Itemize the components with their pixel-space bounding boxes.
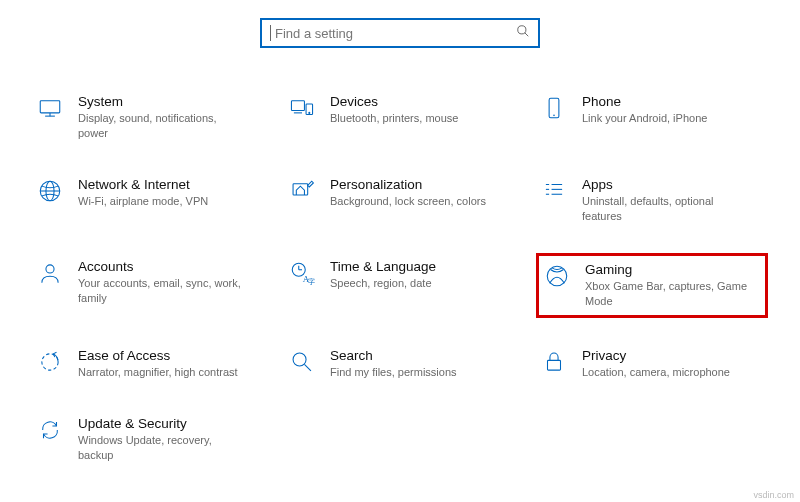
category-title: Gaming (585, 262, 755, 277)
category-desc: Speech, region, date (330, 276, 436, 291)
category-accounts[interactable]: AccountsYour accounts, email, sync, work… (32, 253, 264, 318)
category-title: Personalization (330, 177, 486, 192)
category-text: Update & SecurityWindows Update, recover… (78, 416, 248, 463)
search-placeholder: Find a setting (275, 26, 516, 41)
update-icon (36, 416, 64, 444)
category-text: DevicesBluetooth, printers, mouse (330, 94, 458, 126)
category-title: Privacy (582, 348, 730, 363)
phone-icon (540, 94, 568, 122)
category-desc: Narrator, magnifier, high contrast (78, 365, 238, 380)
globe-icon (36, 177, 64, 205)
apps-icon (540, 177, 568, 205)
svg-line-1 (525, 33, 529, 37)
category-title: Time & Language (330, 259, 436, 274)
category-text: AppsUninstall, defaults, optional featur… (582, 177, 752, 224)
category-system[interactable]: SystemDisplay, sound, notifications, pow… (32, 88, 264, 147)
svg-rect-31 (548, 360, 561, 370)
svg-text:字: 字 (308, 279, 315, 286)
category-desc: Uninstall, defaults, optional features (582, 194, 752, 224)
category-desc: Find my files, permissions (330, 365, 457, 380)
category-title: Accounts (78, 259, 248, 274)
category-title: Ease of Access (78, 348, 238, 363)
category-text: Time & LanguageSpeech, region, date (330, 259, 436, 291)
category-title: Network & Internet (78, 177, 208, 192)
devices-icon (288, 94, 316, 122)
category-network[interactable]: Network & InternetWi-Fi, airplane mode, … (32, 171, 264, 230)
category-desc: Display, sound, notifications, power (78, 111, 248, 141)
paint-icon (288, 177, 316, 205)
lock-icon (540, 348, 568, 376)
category-text: Network & InternetWi-Fi, airplane mode, … (78, 177, 208, 209)
category-text: PhoneLink your Android, iPhone (582, 94, 707, 126)
watermark: vsdin.com (753, 490, 794, 500)
category-update[interactable]: Update & SecurityWindows Update, recover… (32, 410, 264, 469)
category-text: SearchFind my files, permissions (330, 348, 457, 380)
category-text: GamingXbox Game Bar, captures, Game Mode (585, 262, 755, 309)
category-title: System (78, 94, 248, 109)
svg-rect-5 (291, 101, 304, 111)
person-icon (36, 259, 64, 287)
category-desc: Windows Update, recovery, backup (78, 433, 248, 463)
category-text: AccountsYour accounts, email, sync, work… (78, 259, 248, 306)
ease-icon (36, 348, 64, 376)
category-time[interactable]: A字Time & LanguageSpeech, region, date (284, 253, 516, 318)
category-title: Update & Security (78, 416, 248, 431)
category-text: PrivacyLocation, camera, microphone (582, 348, 730, 380)
svg-point-10 (553, 115, 555, 117)
category-text: SystemDisplay, sound, notifications, pow… (78, 94, 248, 141)
category-phone[interactable]: PhoneLink your Android, iPhone (536, 88, 768, 147)
category-desc: Xbox Game Bar, captures, Game Mode (585, 279, 755, 309)
category-personalization[interactable]: PersonalizationBackground, lock screen, … (284, 171, 516, 230)
category-desc: Link your Android, iPhone (582, 111, 707, 126)
category-text: Ease of AccessNarrator, magnifier, high … (78, 348, 238, 380)
category-devices[interactable]: DevicesBluetooth, printers, mouse (284, 88, 516, 147)
svg-point-29 (293, 353, 306, 366)
monitor-icon (36, 94, 64, 122)
category-desc: Your accounts, email, sync, work, family (78, 276, 248, 306)
category-desc: Location, camera, microphone (582, 365, 730, 380)
svg-point-21 (46, 265, 54, 273)
svg-line-30 (304, 365, 311, 372)
category-desc: Bluetooth, printers, mouse (330, 111, 458, 126)
category-text: PersonalizationBackground, lock screen, … (330, 177, 486, 209)
svg-rect-2 (40, 101, 60, 113)
search-icon (516, 24, 530, 42)
category-desc: Wi-Fi, airplane mode, VPN (78, 194, 208, 209)
search-input[interactable]: Find a setting (260, 18, 540, 48)
category-title: Apps (582, 177, 752, 192)
category-gaming[interactable]: GamingXbox Game Bar, captures, Game Mode (536, 253, 768, 318)
svg-point-7 (309, 112, 310, 113)
category-search[interactable]: SearchFind my files, permissions (284, 342, 516, 386)
category-privacy[interactable]: PrivacyLocation, camera, microphone (536, 342, 768, 386)
xbox-icon (543, 262, 571, 290)
category-title: Search (330, 348, 457, 363)
search-cat-icon (288, 348, 316, 376)
category-desc: Background, lock screen, colors (330, 194, 486, 209)
category-apps[interactable]: AppsUninstall, defaults, optional featur… (536, 171, 768, 230)
category-ease[interactable]: Ease of AccessNarrator, magnifier, high … (32, 342, 264, 386)
svg-point-0 (518, 26, 526, 34)
category-title: Devices (330, 94, 458, 109)
category-title: Phone (582, 94, 707, 109)
text-cursor (270, 25, 271, 41)
time-lang-icon: A字 (288, 259, 316, 287)
